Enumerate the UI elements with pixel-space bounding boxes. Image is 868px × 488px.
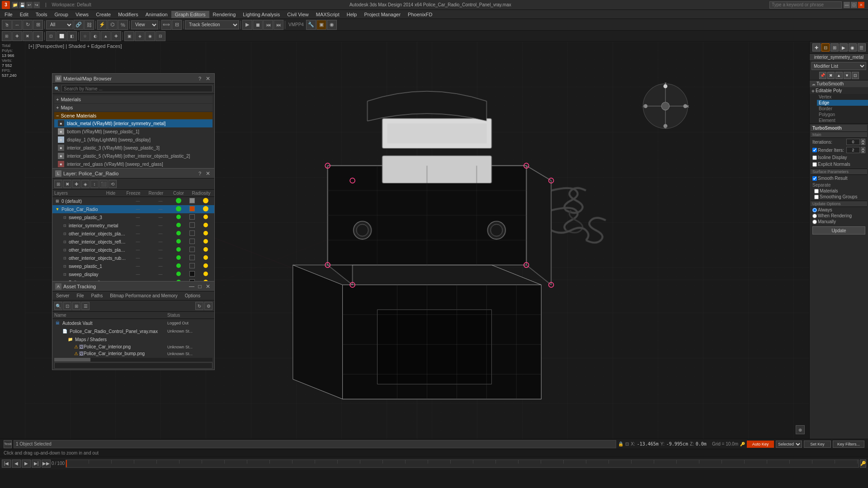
menu-group[interactable]: Group <box>51 11 72 18</box>
layer-panel-help-btn[interactable]: ? <box>196 170 203 177</box>
render-btn[interactable]: ▣ <box>316 20 326 30</box>
sub-tool-12[interactable]: ▣ <box>124 31 134 41</box>
asset-row-vault[interactable]: 🏛 Autodesk Vault Logged Out <box>52 319 214 327</box>
render-iters-input[interactable] <box>846 147 860 153</box>
menu-tools[interactable]: Tools <box>32 11 51 18</box>
sub-tool-13[interactable]: ◈ <box>135 31 145 41</box>
stop-btn[interactable]: ⏹ <box>253 20 263 30</box>
mirror-tool[interactable]: ⟺ <box>161 20 171 30</box>
menu-graph-editors[interactable]: Graph Editors <box>171 11 209 18</box>
tl-play-btn[interactable]: ▶ <box>22 460 31 468</box>
smoothing-groups-checkbox[interactable] <box>814 195 819 199</box>
selection-set-dropdown[interactable]: Track Selection <box>185 20 239 29</box>
menu-help[interactable]: Help <box>343 11 361 18</box>
menu-edit[interactable]: Edit <box>16 11 32 18</box>
mat-item-5[interactable]: ■ interior_plastic_5 (VRayMtl) [other_in… <box>54 152 212 160</box>
menu-phoenix[interactable]: PhoenixFD <box>404 11 436 18</box>
asset-settings-btn[interactable]: ⚙ <box>204 302 212 310</box>
unlink-tool[interactable]: ⛓ <box>84 20 94 30</box>
layer-row-p2[interactable]: ⊡ other_interior_objects_plastic_2 —— <box>52 246 214 254</box>
sub-tool-5[interactable]: ⊡ <box>46 31 56 41</box>
layer-row-refl[interactable]: ⊡ other_interior_objects_reflection —— <box>52 238 214 246</box>
next-btn[interactable]: ⏭ <box>274 20 283 30</box>
vertex-item[interactable]: Vertex <box>817 94 868 100</box>
layer-row-sym[interactable]: ⊡ interior_symmetry_metal —— <box>52 221 214 230</box>
layer-merge[interactable]: ⟲ <box>108 180 117 188</box>
stack-copy-btn[interactable]: ⊡ <box>852 72 859 79</box>
mat-item-1[interactable]: ■ black_metal (VRayMtl) [interior_symmet… <box>54 119 212 127</box>
timeline-track[interactable] <box>66 460 859 468</box>
selection-filter-dropdown[interactable]: All <box>46 20 73 29</box>
layer-row-default[interactable]: ⊞ 0 (default) — — <box>52 197 214 205</box>
playhead[interactable] <box>66 460 67 467</box>
mat-item-6[interactable]: ■ interior_red_glass (VRayMtl) [sweep_re… <box>54 160 212 168</box>
element-item[interactable]: Element <box>817 117 868 123</box>
sub-tool-15[interactable]: ⊟ <box>156 31 165 41</box>
mat-item-3[interactable]: ■ display_1 (VRayLightMtl) [sweep_displa… <box>54 136 212 144</box>
toolbar-quick-btn[interactable]: 📁 <box>12 2 18 8</box>
layer-row-police[interactable]: ▼ Police_Car_Radio — — <box>52 205 214 213</box>
search-input[interactable] <box>769 1 842 9</box>
asset-row-max[interactable]: 📄 Police_Car_Radio_Control_Panel_vray.ma… <box>52 327 214 335</box>
set-key-button[interactable]: Set Key <box>804 441 831 448</box>
layer-panel-header[interactable]: L Layer: Police_Car_Radio ? ✕ <box>52 169 214 178</box>
maps-expand-btn[interactable]: + Maps <box>54 104 212 111</box>
link-tool[interactable]: 🔗 <box>74 20 84 30</box>
close-button[interactable]: ✕ <box>858 2 864 8</box>
view-dropdown[interactable]: View <box>131 20 158 29</box>
tl-key-btn[interactable]: 🔑 <box>860 460 866 468</box>
layer-move[interactable]: ↕ <box>90 180 99 188</box>
sub-tool-10[interactable]: ▲ <box>101 31 111 41</box>
sub-tool-8[interactable]: ☆ <box>80 31 90 41</box>
zoom-extents-btn[interactable]: ⊕ <box>796 425 805 434</box>
tl-prev-btn[interactable]: ◀ <box>12 460 21 468</box>
manually-radio[interactable] <box>812 220 817 224</box>
iterations-up[interactable]: ▲ <box>861 139 865 142</box>
move-tool[interactable]: ↔ <box>12 20 22 30</box>
menu-animation[interactable]: Animation <box>142 11 171 18</box>
auto-key-button[interactable]: Auto Key <box>747 441 774 448</box>
material-browser-help-btn[interactable]: ? <box>196 75 203 82</box>
sub-tool-4[interactable]: ◈ <box>33 31 43 41</box>
tl-end-btn[interactable]: ▶▶ <box>42 460 51 468</box>
asset-menu-bitmap[interactable]: Bitmap Performance and Memory <box>108 292 179 299</box>
sub-tool-1[interactable]: ⊞ <box>2 31 12 41</box>
layer-row-rubber[interactable]: ⊡ other_interior_objects_rubber —— <box>52 254 214 262</box>
tab-modify[interactable]: ⊟ <box>821 43 830 52</box>
asset-scrollbar-track[interactable] <box>54 358 212 361</box>
menu-views[interactable]: Views <box>72 11 92 18</box>
stack-move-down-btn[interactable]: ▼ <box>844 72 851 79</box>
stack-remove-btn[interactable]: ✖ <box>827 72 835 79</box>
tl-next-btn[interactable]: ▶| <box>32 460 41 468</box>
select-tool[interactable]: 🖱 <box>2 20 12 30</box>
explicit-normals-checkbox[interactable] <box>812 162 817 167</box>
asset-tool-2[interactable]: ⊡ <box>63 302 71 310</box>
asset-panel-header[interactable]: A Asset Tracking — □ ✕ <box>52 282 214 291</box>
materials-checkbox[interactable] <box>814 189 819 193</box>
update-button[interactable]: Update <box>812 226 865 235</box>
tab-hierarchy[interactable]: ⊞ <box>830 43 839 52</box>
angle-snap[interactable]: ⌬ <box>108 20 118 30</box>
sub-tool-11[interactable]: ✚ <box>111 31 121 41</box>
asset-menu-options[interactable]: Options <box>183 292 202 299</box>
edge-item[interactable]: Edge <box>817 100 868 106</box>
stack-pin-btn[interactable]: 📌 <box>819 72 826 79</box>
layer-row-sweep1[interactable]: ⊡ sweep_plastic_1 —— <box>52 262 214 270</box>
iterations-down[interactable]: ▼ <box>861 142 865 145</box>
materials-expand-btn[interactable]: + Materials <box>54 96 212 103</box>
asset-row-maps[interactable]: 📁 Maps / Shaders <box>52 335 214 343</box>
material-browser-header[interactable]: M Material/Map Browser ? ✕ <box>52 74 214 84</box>
tab-motion[interactable]: ▶ <box>840 43 848 52</box>
scene-materials-expand-btn[interactable]: − Scene Materials <box>54 112 212 119</box>
layer-highlight[interactable]: ⬛ <box>99 180 108 188</box>
asset-minimize-btn[interactable]: — <box>188 283 195 290</box>
minimize-button[interactable]: — <box>844 2 850 8</box>
menu-project-manager[interactable]: Project Manager <box>360 11 404 18</box>
asset-menu-file[interactable]: File <box>75 292 85 299</box>
layer-select-all[interactable]: ⊞ <box>54 180 62 188</box>
toolbar-undo-btn[interactable]: ↩ <box>26 2 33 8</box>
asset-tool-3[interactable]: ⊞ <box>72 302 80 310</box>
tab-display[interactable]: ◉ <box>849 43 857 52</box>
asset-row-interior-png[interactable]: ⚠ 🖼 Police_Car_interior.png Unknown St..… <box>52 343 214 350</box>
rotate-tool[interactable]: ↻ <box>23 20 33 30</box>
